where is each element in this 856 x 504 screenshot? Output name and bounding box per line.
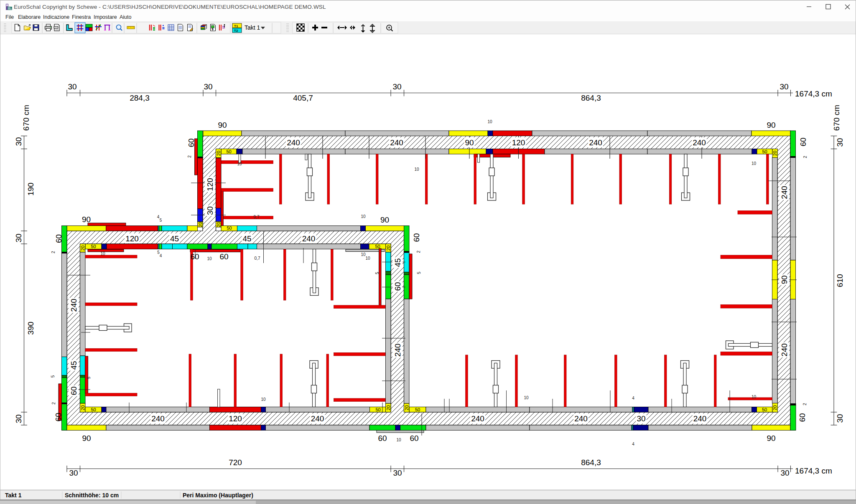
svg-text:10: 10: [361, 214, 366, 219]
svg-text:284,3: 284,3: [130, 94, 150, 102]
svg-text:20: 20: [772, 405, 777, 410]
svg-text:240: 240: [151, 414, 165, 423]
svg-text:30: 30: [14, 137, 23, 146]
svg-text:60: 60: [798, 413, 807, 422]
svg-text:1674,3 cm: 1674,3 cm: [795, 89, 832, 98]
svg-text:240: 240: [390, 138, 403, 147]
svg-text:30: 30: [836, 414, 844, 423]
svg-text:30: 30: [836, 138, 844, 147]
svg-text:190: 190: [26, 182, 35, 196]
svg-text:120: 120: [229, 414, 242, 423]
svg-text:30: 30: [780, 469, 789, 477]
svg-text:T2: T2: [234, 29, 238, 33]
svg-text:5: 5: [51, 375, 55, 377]
svg-text:10: 10: [237, 162, 242, 166]
svg-text:4: 4: [632, 396, 634, 400]
svg-text:10: 10: [361, 252, 366, 257]
svg-text:60: 60: [219, 252, 228, 261]
svg-text:45: 45: [242, 234, 251, 243]
svg-text:2: 2: [51, 251, 56, 253]
svg-text:670 cm: 670 cm: [832, 105, 841, 131]
svg-text:2: 2: [416, 251, 421, 253]
svg-text:20: 20: [80, 246, 85, 251]
svg-text:4: 4: [632, 442, 634, 446]
svg-text:240: 240: [780, 343, 789, 357]
svg-text:50: 50: [415, 407, 420, 412]
svg-text:10: 10: [487, 119, 492, 124]
svg-text:50: 50: [226, 149, 231, 154]
svg-text:864,3: 864,3: [581, 458, 601, 467]
svg-text:50: 50: [91, 407, 96, 412]
svg-text:20: 20: [404, 405, 409, 410]
svg-text:50: 50: [762, 149, 767, 154]
svg-text:240: 240: [693, 138, 706, 147]
svg-text:30: 30: [780, 82, 788, 91]
svg-text:720: 720: [229, 458, 242, 467]
svg-text:20: 20: [386, 246, 391, 251]
svg-text:90: 90: [767, 121, 775, 129]
svg-text:2: 2: [802, 403, 807, 405]
svg-text:60: 60: [393, 282, 402, 291]
svg-text:20: 20: [216, 222, 221, 227]
svg-text:50: 50: [227, 225, 232, 230]
svg-text:T1: T1: [234, 24, 238, 28]
svg-text:90: 90: [380, 215, 389, 224]
svg-text:30: 30: [206, 206, 214, 215]
svg-text:390: 390: [26, 322, 35, 335]
svg-text:5: 5: [160, 218, 162, 223]
svg-text:10: 10: [207, 256, 212, 261]
svg-text:90: 90: [465, 138, 474, 147]
svg-text:240: 240: [311, 414, 324, 423]
svg-text:4: 4: [160, 253, 162, 258]
svg-text:10: 10: [752, 395, 757, 399]
svg-text:60: 60: [378, 434, 387, 443]
svg-text:120: 120: [125, 234, 139, 243]
svg-text:240: 240: [589, 138, 602, 147]
svg-text:45: 45: [393, 258, 402, 267]
svg-text:60: 60: [69, 386, 78, 395]
svg-text:5: 5: [375, 272, 380, 274]
svg-text:60: 60: [54, 413, 63, 421]
svg-text:120: 120: [206, 178, 214, 191]
svg-text:10: 10: [524, 395, 529, 400]
svg-text:30: 30: [14, 233, 23, 242]
svg-text:610: 610: [836, 274, 844, 287]
svg-text:5: 5: [87, 377, 91, 379]
svg-text:30: 30: [393, 469, 402, 477]
svg-text:30: 30: [637, 414, 645, 423]
svg-text:30: 30: [69, 469, 78, 477]
svg-text:405,7: 405,7: [293, 94, 313, 102]
svg-text:240: 240: [574, 414, 588, 423]
svg-text:240: 240: [287, 138, 300, 147]
svg-text:60: 60: [187, 138, 196, 147]
svg-text:45: 45: [170, 234, 179, 243]
svg-text:50: 50: [91, 244, 96, 249]
svg-text:50: 50: [762, 407, 767, 412]
svg-text:0,7: 0,7: [254, 215, 260, 219]
svg-text:0,7: 0,7: [255, 256, 260, 261]
svg-text:864,3: 864,3: [581, 94, 601, 102]
svg-text:10: 10: [365, 256, 370, 261]
svg-text:90: 90: [82, 434, 91, 443]
svg-text:30: 30: [392, 82, 401, 91]
svg-text:60: 60: [54, 234, 63, 243]
svg-text:1674,3 cm: 1674,3 cm: [795, 466, 832, 475]
svg-text:45: 45: [69, 361, 78, 370]
svg-text:20: 20: [198, 222, 203, 227]
svg-text:50: 50: [375, 244, 380, 249]
svg-text:10: 10: [100, 251, 105, 256]
svg-text:60: 60: [410, 434, 418, 443]
svg-text:10: 10: [261, 397, 266, 402]
svg-text:30: 30: [68, 82, 76, 91]
svg-text:20: 20: [386, 405, 391, 410]
svg-text:240: 240: [693, 414, 707, 423]
svg-text:Takt 1: Takt 1: [245, 24, 260, 31]
svg-text:60: 60: [190, 252, 199, 261]
svg-text:60: 60: [799, 137, 808, 146]
svg-text:240: 240: [471, 414, 484, 423]
svg-text:90: 90: [82, 215, 91, 224]
svg-text:240: 240: [69, 299, 78, 312]
svg-text:30: 30: [14, 414, 23, 423]
svg-text:10: 10: [752, 161, 757, 166]
svg-text:90: 90: [780, 275, 789, 284]
